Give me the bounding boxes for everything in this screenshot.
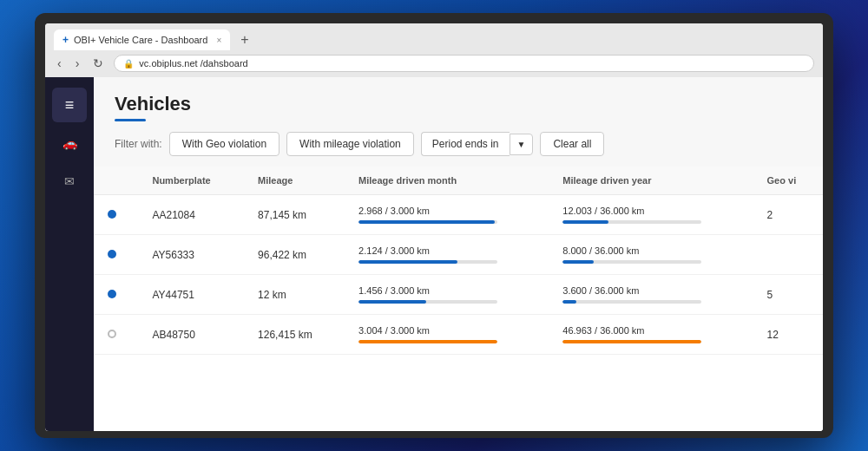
back-button[interactable]: ‹ <box>54 55 65 72</box>
status-cell <box>94 235 138 275</box>
col-mileage-month: Mileage driven month <box>345 167 549 195</box>
status-cell <box>94 315 138 355</box>
year-progress-bar-fill <box>562 340 701 343</box>
numberplate-cell: AA21084 <box>138 195 244 235</box>
sidebar-item-vehicles[interactable] <box>52 126 87 160</box>
mileage-cell: 126,415 km <box>244 315 345 355</box>
title-underline <box>115 119 146 121</box>
main-content: Vehicles Filter with: With Geo violation… <box>94 77 823 431</box>
col-geo: Geo vi <box>753 167 823 195</box>
bars-icon <box>65 96 75 114</box>
month-progress-bar-bg <box>358 340 497 343</box>
sidebar <box>45 77 94 431</box>
year-progress-bar-bg <box>562 300 701 304</box>
vehicles-table: Numberplate Mileage Mileage driven month… <box>94 167 823 355</box>
col-numberplate: Numberplate <box>138 167 244 195</box>
year-progress-bar-fill <box>562 260 593 264</box>
screen: + OBI+ Vehicle Care - Dashboard × + ‹ › … <box>45 23 823 431</box>
numberplate-cell: AY56333 <box>138 235 244 275</box>
month-progress-text: 2.124 / 3.000 km <box>358 245 535 256</box>
status-cell <box>94 195 138 235</box>
month-mileage-cell: 1.456 / 3.000 km <box>345 275 549 315</box>
month-progress-bar-bg <box>358 220 497 224</box>
month-progress-bar-fill <box>358 300 426 304</box>
year-progress-bar-bg <box>562 340 701 343</box>
month-progress-bar-bg <box>358 260 497 264</box>
year-mileage-cell: 8.000 / 36.000 km <box>549 235 753 275</box>
month-progress: 3.004 / 3.000 km <box>358 325 535 343</box>
laptop-frame: + OBI+ Vehicle Care - Dashboard × + ‹ › … <box>35 13 833 438</box>
year-progress: 3.600 / 36.000 km <box>562 285 739 304</box>
page-header: Vehicles <box>94 77 823 132</box>
month-mileage-cell: 2.968 / 3.000 km <box>345 195 549 235</box>
mail-icon <box>64 173 75 189</box>
refresh-button[interactable]: ↻ <box>89 55 107 72</box>
new-tab-button[interactable]: + <box>233 29 255 51</box>
year-mileage-cell: 3.600 / 36.000 km <box>549 275 753 315</box>
tab-close-button[interactable]: × <box>216 36 221 45</box>
sidebar-item-menu[interactable] <box>52 88 87 122</box>
mileage-violation-filter[interactable]: With mileage violation <box>286 132 414 156</box>
year-progress: 12.003 / 36.000 km <box>562 206 739 224</box>
active-tab[interactable]: + OBI+ Vehicle Care - Dashboard × <box>54 29 230 50</box>
col-mileage: Mileage <box>244 167 345 195</box>
year-progress: 46.963 / 36.000 km <box>562 325 739 343</box>
year-progress-bar-bg <box>562 220 701 224</box>
period-filter-arrow[interactable]: ▼ <box>510 134 534 155</box>
col-mileage-year: Mileage driven year <box>549 167 753 195</box>
lock-icon: 🔒 <box>123 59 134 69</box>
year-progress-text: 12.003 / 36.000 km <box>562 206 739 216</box>
table-container: Numberplate Mileage Mileage driven month… <box>94 167 823 431</box>
tab-bar: + OBI+ Vehicle Care - Dashboard × + <box>45 23 823 51</box>
year-progress: 8.000 / 36.000 km <box>562 245 739 264</box>
month-mileage-cell: 3.004 / 3.000 km <box>345 315 549 355</box>
mileage-cell: 96,422 km <box>244 235 345 275</box>
month-progress-text: 2.968 / 3.000 km <box>358 206 535 216</box>
status-dot <box>108 290 116 298</box>
car-icon <box>62 135 77 151</box>
year-progress-bar-fill <box>562 300 576 304</box>
forward-button[interactable]: › <box>72 55 83 72</box>
tab-title: OBI+ Vehicle Care - Dashboard <box>74 35 207 45</box>
table-row[interactable]: AB48750 126,415 km 3.004 / 3.000 km 46.9… <box>94 315 823 355</box>
month-mileage-cell: 2.124 / 3.000 km <box>345 235 549 275</box>
numberplate-cell: AB48750 <box>138 315 244 355</box>
period-filter-button[interactable]: Period ends in <box>421 132 510 156</box>
year-mileage-cell: 12.003 / 36.000 km <box>549 195 753 235</box>
year-mileage-cell: 46.963 / 36.000 km <box>549 315 753 355</box>
tab-favicon: + <box>62 34 69 46</box>
month-progress-bar-fill <box>358 260 457 264</box>
table-row[interactable]: AY44751 12 km 1.456 / 3.000 km 3.600 / 3… <box>94 275 823 315</box>
month-progress-text: 1.456 / 3.000 km <box>358 285 535 296</box>
year-progress-text: 3.600 / 36.000 km <box>562 285 739 296</box>
month-progress-bar-fill <box>358 220 495 224</box>
url-bar[interactable]: 🔒 vc.obiplus.net /dahsboard <box>114 55 814 72</box>
geo-cell <box>753 235 823 275</box>
year-progress-bar-fill <box>562 220 608 224</box>
geo-violation-filter[interactable]: With Geo violation <box>169 132 279 156</box>
year-progress-text: 46.963 / 36.000 km <box>562 325 739 336</box>
table-row[interactable]: AY56333 96,422 km 2.124 / 3.000 km 8.000… <box>94 235 823 275</box>
month-progress: 2.124 / 3.000 km <box>358 245 535 264</box>
month-progress: 2.968 / 3.000 km <box>358 206 535 224</box>
address-bar: ‹ › ↻ 🔒 vc.obiplus.net /dahsboard <box>45 51 823 77</box>
browser-content: Vehicles Filter with: With Geo violation… <box>45 77 823 431</box>
table-row[interactable]: AA21084 87,145 km 2.968 / 3.000 km 12.00… <box>94 195 823 235</box>
status-dot <box>108 330 116 338</box>
numberplate-cell: AY44751 <box>138 275 244 315</box>
geo-cell: 2 <box>753 195 823 235</box>
status-cell <box>94 275 138 315</box>
col-status <box>94 167 138 195</box>
month-progress-text: 3.004 / 3.000 km <box>358 325 535 336</box>
geo-cell: 12 <box>753 315 823 355</box>
clear-all-button[interactable]: Clear all <box>540 132 604 156</box>
mileage-cell: 12 km <box>244 275 345 315</box>
table-body: AA21084 87,145 km 2.968 / 3.000 km 12.00… <box>94 195 823 355</box>
month-progress: 1.456 / 3.000 km <box>358 285 535 304</box>
filter-label: Filter with: <box>115 138 162 150</box>
geo-cell: 5 <box>753 275 823 315</box>
status-dot <box>108 210 116 219</box>
url-text: vc.obiplus.net /dahsboard <box>139 58 247 69</box>
year-progress-text: 8.000 / 36.000 km <box>562 245 739 256</box>
sidebar-item-messages[interactable] <box>52 164 87 199</box>
